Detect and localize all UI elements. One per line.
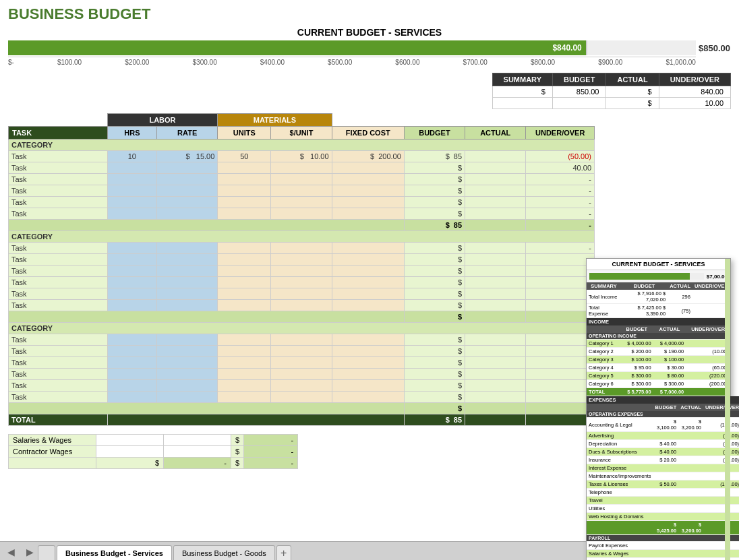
task-rate[interactable]	[157, 288, 218, 300]
task-unit-price[interactable]	[271, 208, 332, 220]
task-rate[interactable]	[157, 357, 218, 369]
task-hrs[interactable]	[107, 357, 156, 369]
task-rate[interactable]	[157, 254, 218, 266]
task-units[interactable]	[218, 185, 271, 197]
task-hrs[interactable]	[107, 266, 156, 277]
task-fixed[interactable]	[332, 380, 404, 392]
tab-prev-arrow[interactable]: ◀	[3, 544, 19, 560]
task-hrs[interactable]	[107, 334, 156, 346]
task-fixed[interactable]	[332, 369, 404, 380]
task-units[interactable]	[218, 197, 271, 208]
task-unit-price[interactable]	[271, 254, 332, 266]
task-fixed[interactable]	[332, 197, 404, 208]
task-rate[interactable]	[157, 277, 218, 288]
task-fixed[interactable]	[332, 300, 404, 311]
task-unit-price[interactable]	[271, 392, 332, 403]
task-fixed[interactable]	[332, 392, 404, 403]
task-units[interactable]	[218, 162, 271, 174]
wages-input-2a[interactable]	[96, 446, 164, 458]
task-unit-price[interactable]	[271, 197, 332, 208]
task-units[interactable]	[218, 334, 271, 346]
task-hrs[interactable]	[107, 254, 156, 266]
task-fixed[interactable]	[332, 346, 404, 357]
task-hrs[interactable]	[107, 185, 156, 197]
popup-scrollbar[interactable]	[725, 259, 730, 560]
task-rate[interactable]	[157, 334, 218, 346]
task-units[interactable]	[218, 346, 271, 357]
task-hrs[interactable]: 10	[107, 151, 156, 162]
task-rate[interactable]	[157, 162, 218, 174]
task-units[interactable]	[218, 288, 271, 300]
task-fixed[interactable]	[332, 334, 404, 346]
task-hrs[interactable]	[107, 162, 156, 174]
task-fixed[interactable]	[332, 254, 404, 266]
task-unit-price[interactable]	[271, 346, 332, 357]
task-unit-price[interactable]	[271, 300, 332, 311]
task-rate[interactable]	[157, 185, 218, 197]
task-rate[interactable]	[157, 208, 218, 220]
task-fixed[interactable]	[332, 185, 404, 197]
task-rate[interactable]	[157, 266, 218, 277]
task-units[interactable]	[218, 254, 271, 266]
task-rate[interactable]	[157, 243, 218, 254]
task-hrs[interactable]	[107, 392, 156, 403]
task-fixed[interactable]: $ 200.00	[332, 151, 404, 162]
task-fixed[interactable]	[332, 243, 404, 254]
task-unit-price[interactable]	[271, 357, 332, 369]
task-unit-price[interactable]: $ 10.00	[271, 151, 332, 162]
tab-inactive-placeholder[interactable]	[38, 545, 55, 560]
task-hrs[interactable]	[107, 369, 156, 380]
task-hrs[interactable]	[107, 300, 156, 311]
task-hrs[interactable]	[107, 288, 156, 300]
task-fixed[interactable]	[332, 208, 404, 220]
task-fixed[interactable]	[332, 162, 404, 174]
task-units[interactable]	[218, 266, 271, 277]
task-units[interactable]	[218, 392, 271, 403]
task-hrs[interactable]	[107, 174, 156, 185]
task-unit-price[interactable]	[271, 277, 332, 288]
task-units[interactable]	[218, 300, 271, 311]
tab-services[interactable]: Business Budget - Services	[57, 545, 172, 560]
task-unit-price[interactable]	[271, 380, 332, 392]
tab-add-button[interactable]: +	[276, 545, 291, 560]
task-unit-price[interactable]	[271, 369, 332, 380]
task-units[interactable]	[218, 208, 271, 220]
task-unit-price[interactable]	[271, 162, 332, 174]
task-units[interactable]	[218, 174, 271, 185]
task-units[interactable]: 50	[218, 151, 271, 162]
task-rate[interactable]	[157, 197, 218, 208]
wages-input-1b[interactable]	[164, 435, 231, 446]
task-unit-price[interactable]	[271, 334, 332, 346]
task-units[interactable]	[218, 243, 271, 254]
task-rate[interactable]	[157, 369, 218, 380]
task-fixed[interactable]	[332, 357, 404, 369]
task-fixed[interactable]	[332, 174, 404, 185]
task-unit-price[interactable]	[271, 266, 332, 277]
task-units[interactable]	[218, 277, 271, 288]
task-hrs[interactable]	[107, 243, 156, 254]
task-rate[interactable]	[157, 346, 218, 357]
task-fixed[interactable]	[332, 277, 404, 288]
task-rate[interactable]: $ 15.00	[157, 151, 218, 162]
task-unit-price[interactable]	[271, 185, 332, 197]
task-unit-price[interactable]	[271, 243, 332, 254]
wages-input-2b[interactable]	[164, 446, 231, 458]
task-hrs[interactable]	[107, 197, 156, 208]
task-unit-price[interactable]	[271, 174, 332, 185]
tab-next-arrow[interactable]: ▶	[22, 544, 38, 560]
task-unit-price[interactable]	[271, 288, 332, 300]
task-units[interactable]	[218, 380, 271, 392]
task-hrs[interactable]	[107, 277, 156, 288]
tab-goods[interactable]: Business Budget - Goods	[173, 545, 275, 560]
wages-input-1a[interactable]	[96, 435, 164, 446]
task-units[interactable]	[218, 357, 271, 369]
task-hrs[interactable]	[107, 380, 156, 392]
task-hrs[interactable]	[107, 346, 156, 357]
task-rate[interactable]	[157, 174, 218, 185]
task-fixed[interactable]	[332, 266, 404, 277]
task-rate[interactable]	[157, 380, 218, 392]
task-rate[interactable]	[157, 300, 218, 311]
task-rate[interactable]	[157, 392, 218, 403]
task-units[interactable]	[218, 369, 271, 380]
task-fixed[interactable]	[332, 288, 404, 300]
